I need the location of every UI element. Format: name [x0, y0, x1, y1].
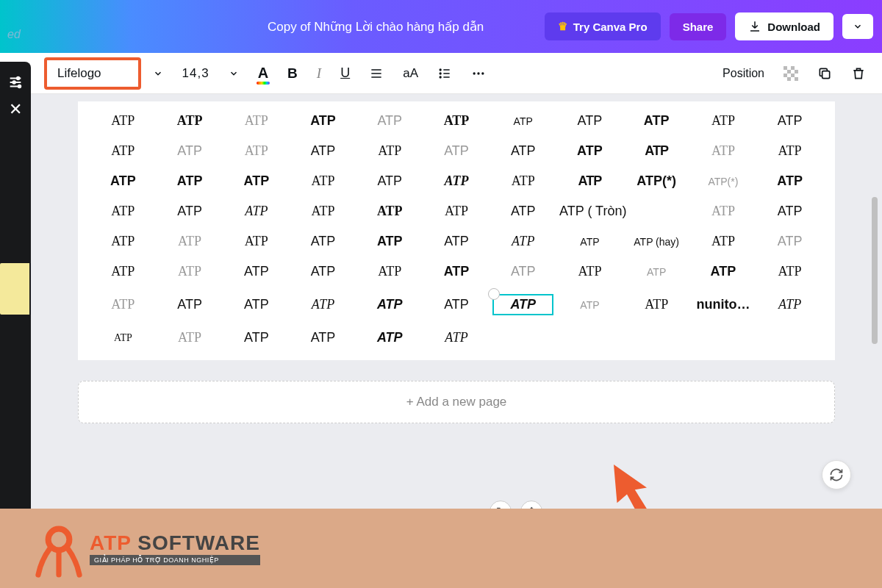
share-button[interactable]: Share [670, 13, 727, 40]
font-sample[interactable]: ATP [359, 143, 420, 159]
font-sample[interactable]: ATP [759, 113, 820, 129]
font-sample[interactable]: ATP [426, 330, 487, 345]
font-sample[interactable]: ATP(*) [693, 176, 754, 187]
font-sample[interactable]: ATP [159, 204, 220, 219]
design-canvas[interactable]: ATP ATP ATP ATP ATP ATP ATP ATP ATP ATP … [78, 101, 835, 360]
font-sample[interactable]: ATP [293, 204, 354, 219]
copy-button[interactable] [810, 62, 839, 85]
font-sample[interactable]: ATP [159, 173, 220, 189]
font-sample[interactable]: nunito… [693, 297, 754, 312]
case-button[interactable]: aA [395, 62, 426, 85]
font-sample[interactable]: ATP [426, 173, 487, 189]
font-sample[interactable]: ATP [559, 299, 620, 311]
font-sample[interactable]: ATP [226, 173, 287, 189]
font-sample[interactable]: ATP [426, 297, 487, 312]
italic-button[interactable]: I [309, 61, 329, 86]
font-sample[interactable]: ATP [293, 264, 354, 279]
font-sample[interactable]: ATP [492, 143, 553, 159]
font-sample[interactable]: ATP [693, 204, 754, 219]
font-sample[interactable]: ATP [492, 234, 553, 249]
font-sample[interactable]: ATP [226, 234, 287, 249]
font-sample[interactable]: ATP [759, 297, 820, 312]
font-sample[interactable]: ATP [759, 143, 820, 159]
font-sample[interactable]: ATP [492, 173, 553, 189]
font-sample[interactable]: ATP [226, 143, 287, 159]
font-sample[interactable]: ATP [93, 264, 154, 279]
font-sample[interactable]: ATP [159, 113, 220, 129]
font-sample[interactable]: ATP [293, 143, 354, 159]
font-sample[interactable]: ATP [226, 330, 287, 345]
font-sample[interactable]: ATP [759, 204, 820, 219]
font-sample[interactable]: ATP [226, 113, 287, 129]
font-sample[interactable]: ATP [359, 264, 420, 279]
position-button[interactable]: Position [715, 62, 772, 85]
font-sample[interactable]: ATP [759, 173, 820, 189]
font-sample[interactable]: ATP [93, 143, 154, 159]
font-dropdown-button[interactable] [146, 64, 171, 83]
refresh-fab[interactable] [822, 460, 851, 490]
font-size-dropdown[interactable] [221, 64, 246, 83]
font-sample[interactable]: ATP [426, 143, 487, 159]
font-sample[interactable]: ATP [359, 204, 420, 219]
font-sample[interactable]: ATP [93, 234, 154, 249]
font-sample[interactable]: ATP [93, 332, 154, 344]
font-sample[interactable]: ATP [559, 236, 620, 248]
font-sample[interactable]: ATP [492, 115, 553, 127]
transparency-button[interactable] [776, 62, 806, 85]
scrollbar-thumb[interactable] [872, 197, 878, 344]
font-sample[interactable]: ATP [293, 234, 354, 249]
font-sample[interactable]: ATP [159, 297, 220, 312]
font-sample[interactable]: ATP [359, 234, 420, 249]
alignment-button[interactable] [362, 62, 391, 85]
delete-button[interactable] [844, 62, 873, 85]
add-page-button[interactable]: + Add a new page [78, 381, 835, 423]
font-sample[interactable]: ATP [426, 264, 487, 279]
download-options-button[interactable] [842, 14, 873, 39]
font-sample[interactable]: ATP [693, 143, 754, 159]
download-button[interactable]: Download [735, 12, 833, 40]
font-sample[interactable]: ATP [93, 204, 154, 219]
page-thumbnail[interactable] [0, 263, 29, 315]
font-sample[interactable]: ATP [359, 113, 420, 129]
font-sample[interactable]: ATP [293, 330, 354, 345]
list-button[interactable] [430, 62, 459, 85]
bold-button[interactable]: B [280, 61, 305, 86]
font-sample[interactable]: ATP [226, 264, 287, 279]
document-title[interactable]: Copy of Những Lời chào hàng hấp dẫn [268, 19, 536, 35]
font-sample[interactable]: ATP [559, 264, 620, 279]
font-sample[interactable]: ATP [226, 204, 287, 219]
font-sample[interactable]: ATP [626, 266, 687, 278]
more-button[interactable] [464, 62, 493, 85]
font-sample[interactable]: ATP [693, 264, 754, 279]
try-pro-button[interactable]: ♛ Try Canva Pro [545, 12, 661, 40]
font-sample[interactable]: ATP [426, 204, 487, 219]
font-selector[interactable]: Lifelogo [44, 57, 141, 90]
font-sample[interactable]: ATP [359, 297, 420, 312]
font-size-value[interactable]: 14,3 [175, 62, 217, 85]
font-sample[interactable]: ATP [559, 173, 620, 189]
font-sample[interactable]: ATP [293, 173, 354, 189]
font-sample[interactable]: ATP [492, 264, 553, 279]
font-sample[interactable]: ATP [759, 234, 820, 249]
font-sample[interactable]: ATP [293, 113, 354, 129]
font-sample[interactable]: ATP [426, 113, 487, 129]
font-sample[interactable]: ATP (hay) [626, 236, 687, 248]
font-sample[interactable]: ATP [159, 234, 220, 249]
font-sample[interactable]: ATP [759, 264, 820, 279]
font-sample[interactable]: ATP [626, 113, 687, 129]
font-sample[interactable]: ATP [693, 113, 754, 129]
font-sample[interactable]: ATP [93, 173, 154, 189]
close-panel-button[interactable]: ✕ [9, 100, 22, 119]
text-color-button[interactable]: A [251, 60, 276, 86]
font-sample[interactable]: ATP [293, 297, 354, 312]
font-sample[interactable]: ATP [492, 204, 553, 219]
font-sample[interactable]: ATP ( Tròn) [559, 204, 686, 219]
font-sample[interactable]: ATP [359, 330, 420, 345]
font-sample[interactable]: ATP(*) [626, 173, 687, 189]
font-sample[interactable]: ATP [693, 234, 754, 249]
font-sample[interactable]: ATP [159, 330, 220, 345]
underline-button[interactable]: U [333, 61, 357, 85]
font-sample[interactable]: ATP [159, 264, 220, 279]
font-sample[interactable]: ATP [93, 113, 154, 129]
font-sample[interactable]: ATP [626, 297, 687, 312]
